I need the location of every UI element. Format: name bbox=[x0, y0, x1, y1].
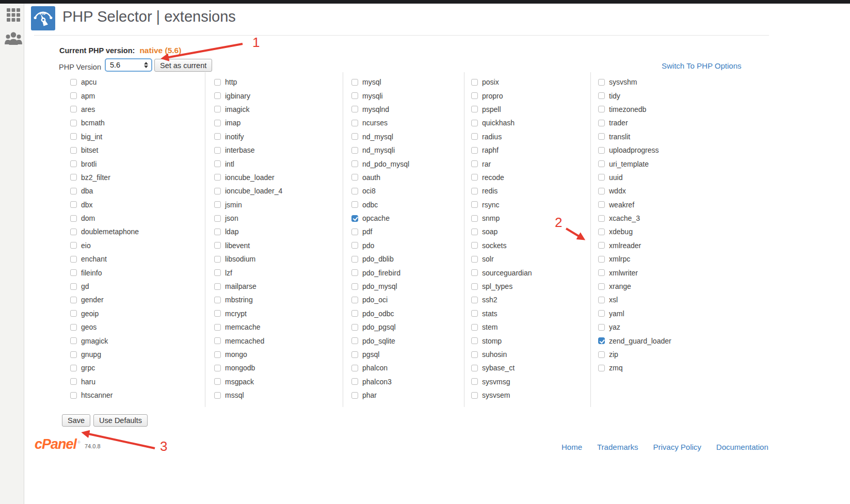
extension-toggle-xmlwriter[interactable]: xmlwriter bbox=[598, 269, 638, 277]
extension-checkbox-tidy[interactable] bbox=[598, 92, 605, 99]
switch-to-php-options-link[interactable]: Switch To PHP Options bbox=[662, 61, 742, 70]
extension-checkbox-nd_mysqli[interactable] bbox=[351, 147, 358, 154]
extension-toggle-mssql[interactable]: mssql bbox=[214, 391, 244, 399]
extension-checkbox-redis[interactable] bbox=[471, 188, 478, 194]
extension-checkbox-stomp[interactable] bbox=[471, 337, 478, 344]
extension-toggle-stats[interactable]: stats bbox=[471, 310, 498, 318]
extension-toggle-suhosin[interactable]: suhosin bbox=[471, 350, 507, 359]
extension-checkbox-imagick[interactable] bbox=[214, 106, 221, 112]
extension-toggle-pdo_dblib[interactable]: pdo_dblib bbox=[351, 255, 394, 263]
extension-toggle-geos[interactable]: geos bbox=[70, 323, 97, 331]
extension-checkbox-uuid[interactable] bbox=[598, 174, 605, 181]
extension-checkbox-uri_template[interactable] bbox=[598, 160, 605, 167]
extension-toggle-sockets[interactable]: sockets bbox=[471, 241, 506, 250]
extension-checkbox-apcu[interactable] bbox=[70, 79, 77, 86]
extension-toggle-stem[interactable]: stem bbox=[471, 323, 498, 331]
extension-toggle-uri_template[interactable]: uri_template bbox=[598, 160, 649, 168]
extension-toggle-pdo[interactable]: pdo bbox=[351, 241, 374, 250]
extension-checkbox-pdo_mysql[interactable] bbox=[351, 283, 358, 290]
extension-toggle-bz2_filter[interactable]: bz2_filter bbox=[70, 173, 110, 182]
extension-checkbox-http[interactable] bbox=[214, 79, 221, 86]
extension-toggle-timezonedb[interactable]: timezonedb bbox=[598, 105, 646, 113]
extension-checkbox-raphf[interactable] bbox=[471, 147, 478, 154]
extension-checkbox-phar[interactable] bbox=[351, 392, 358, 399]
extension-toggle-msgpack[interactable]: msgpack bbox=[214, 378, 254, 386]
extension-checkbox-yaml[interactable] bbox=[598, 310, 605, 317]
extension-toggle-rsync[interactable]: rsync bbox=[471, 201, 499, 209]
extension-toggle-gender[interactable]: gender bbox=[70, 296, 104, 304]
extension-checkbox-libsodium[interactable] bbox=[214, 256, 221, 263]
footer-link-home[interactable]: Home bbox=[562, 443, 582, 451]
extension-checkbox-mysqlnd[interactable] bbox=[351, 106, 358, 112]
extension-checkbox-brotli[interactable] bbox=[70, 160, 77, 167]
extension-toggle-soap[interactable]: soap bbox=[471, 227, 498, 236]
save-button[interactable]: Save bbox=[62, 414, 90, 427]
extension-toggle-xmlrpc[interactable]: xmlrpc bbox=[598, 255, 630, 263]
extension-checkbox-xdebug[interactable] bbox=[598, 229, 605, 235]
extension-toggle-ioncube_loader_4[interactable]: ioncube_loader_4 bbox=[214, 187, 282, 195]
extension-checkbox-rar[interactable] bbox=[471, 160, 478, 167]
extension-checkbox-rsync[interactable] bbox=[471, 201, 478, 208]
extension-toggle-ldap[interactable]: ldap bbox=[214, 227, 238, 236]
extension-toggle-uuid[interactable]: uuid bbox=[598, 173, 622, 182]
extension-toggle-xcache_3[interactable]: xcache_3 bbox=[598, 214, 640, 222]
extension-checkbox-apm[interactable] bbox=[70, 92, 77, 99]
extension-checkbox-libevent[interactable] bbox=[214, 242, 221, 249]
extension-checkbox-recode[interactable] bbox=[471, 174, 478, 181]
extension-toggle-intl[interactable]: intl bbox=[214, 160, 234, 168]
extension-checkbox-ares[interactable] bbox=[70, 106, 77, 112]
extension-toggle-redis[interactable]: redis bbox=[471, 187, 498, 195]
extension-checkbox-bcmath[interactable] bbox=[70, 120, 77, 126]
extension-checkbox-eio[interactable] bbox=[70, 242, 77, 249]
extension-checkbox-sysvshm[interactable] bbox=[598, 79, 605, 86]
php-version-select[interactable]: 5.6 bbox=[105, 58, 152, 72]
extension-checkbox-solr[interactable] bbox=[471, 256, 478, 263]
extension-toggle-gmagick[interactable]: gmagick bbox=[70, 337, 108, 345]
extension-toggle-nd_mysql[interactable]: nd_mysql bbox=[351, 133, 393, 141]
extension-toggle-pdo_firebird[interactable]: pdo_firebird bbox=[351, 269, 400, 277]
extension-toggle-haru[interactable]: haru bbox=[70, 378, 95, 386]
extension-toggle-dba[interactable]: dba bbox=[70, 187, 93, 195]
extension-toggle-ncurses[interactable]: ncurses bbox=[351, 119, 388, 127]
extension-checkbox-xrange[interactable] bbox=[598, 283, 605, 290]
extension-checkbox-dom[interactable] bbox=[70, 215, 77, 222]
extension-checkbox-dba[interactable] bbox=[70, 188, 77, 194]
footer-link-documentation[interactable]: Documentation bbox=[716, 443, 768, 451]
extension-checkbox-lzf[interactable] bbox=[214, 269, 221, 276]
extension-toggle-pdo_oci[interactable]: pdo_oci bbox=[351, 296, 388, 304]
extension-checkbox-xmlrpc[interactable] bbox=[598, 256, 605, 263]
extension-toggle-radius[interactable]: radius bbox=[471, 133, 502, 141]
extension-checkbox-sysvsem[interactable] bbox=[471, 392, 478, 399]
extension-toggle-xdebug[interactable]: xdebug bbox=[598, 227, 633, 236]
extension-checkbox-xmlwriter[interactable] bbox=[598, 269, 605, 276]
extension-checkbox-inotify[interactable] bbox=[214, 133, 221, 140]
extension-toggle-pdo_mysql[interactable]: pdo_mysql bbox=[351, 282, 397, 290]
extension-toggle-propro[interactable]: propro bbox=[471, 92, 503, 100]
extension-toggle-brotli[interactable]: brotli bbox=[70, 160, 97, 168]
extension-checkbox-oauth[interactable] bbox=[351, 174, 358, 181]
extension-checkbox-zmq[interactable] bbox=[598, 365, 605, 371]
extension-checkbox-memcached[interactable] bbox=[214, 337, 221, 344]
extension-toggle-xrange[interactable]: xrange bbox=[598, 282, 631, 290]
extension-checkbox-doublemetaphone[interactable] bbox=[70, 229, 77, 235]
extension-checkbox-posix[interactable] bbox=[471, 79, 478, 86]
extension-checkbox-odbc[interactable] bbox=[351, 201, 358, 208]
extension-checkbox-phalcon[interactable] bbox=[351, 365, 358, 371]
extension-checkbox-msgpack[interactable] bbox=[214, 378, 221, 385]
extension-checkbox-igbinary[interactable] bbox=[214, 92, 221, 99]
extension-checkbox-interbase[interactable] bbox=[214, 147, 221, 154]
extension-toggle-phar[interactable]: phar bbox=[351, 391, 377, 399]
extension-checkbox-ncurses[interactable] bbox=[351, 120, 358, 126]
extension-checkbox-imap[interactable] bbox=[214, 120, 221, 126]
extension-checkbox-gender[interactable] bbox=[70, 297, 77, 303]
extension-checkbox-sysvmsg[interactable] bbox=[471, 378, 478, 385]
extension-checkbox-mongodb[interactable] bbox=[214, 365, 221, 371]
extension-toggle-doublemetaphone[interactable]: doublemetaphone bbox=[70, 227, 139, 236]
extension-toggle-ioncube_loader[interactable]: ioncube_loader bbox=[214, 173, 275, 182]
extension-toggle-solr[interactable]: solr bbox=[471, 255, 494, 263]
extension-toggle-stomp[interactable]: stomp bbox=[471, 337, 502, 345]
apps-grid-icon[interactable] bbox=[7, 8, 20, 24]
extension-toggle-mysqli[interactable]: mysqli bbox=[351, 92, 383, 100]
extension-toggle-trader[interactable]: trader bbox=[598, 119, 628, 127]
extension-toggle-sysvmsg[interactable]: sysvmsg bbox=[471, 378, 510, 386]
